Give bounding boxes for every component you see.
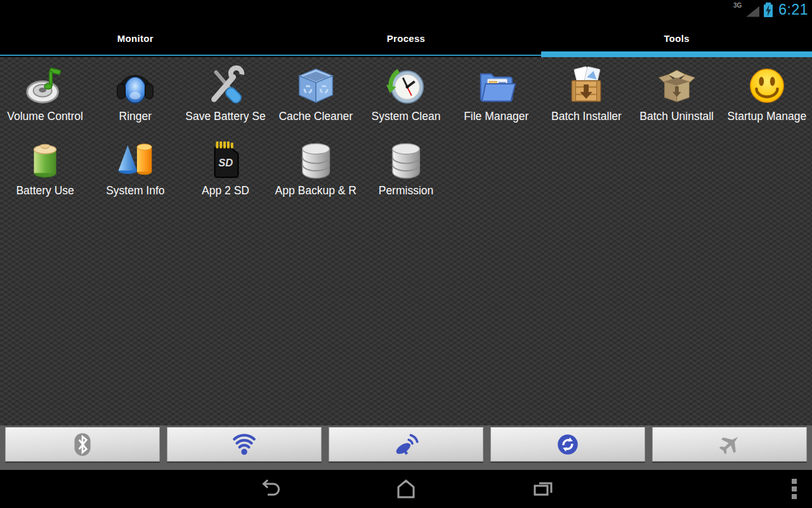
tool-battery-use[interactable]: Battery Use xyxy=(0,138,90,212)
quick-toggle-bar xyxy=(0,425,812,470)
wifi-toggle[interactable] xyxy=(167,427,322,462)
tools-panel: Volume Control Ringer xyxy=(0,57,812,470)
database-icon xyxy=(384,138,428,182)
clock-refresh-icon xyxy=(384,64,428,108)
tool-volume-control[interactable]: Volume Control xyxy=(0,64,90,138)
airplane-mode-toggle[interactable] xyxy=(652,427,807,462)
tool-file-manager[interactable]: File Manager xyxy=(451,64,541,138)
recycle-box-icon xyxy=(294,64,338,108)
tool-app-backup-restore[interactable]: App Backup & R xyxy=(271,138,361,212)
cone-cylinder-icon xyxy=(113,138,157,182)
satellite-dish-icon xyxy=(393,431,419,458)
tool-label: File Manager xyxy=(464,110,528,123)
recents-button[interactable] xyxy=(530,476,556,502)
overflow-dot xyxy=(792,494,797,499)
tab-process[interactable]: Process xyxy=(271,19,542,57)
tool-batch-installer[interactable]: Batch Installer xyxy=(541,64,631,138)
tool-label: System Clean xyxy=(372,110,441,123)
tool-system-info[interactable]: System Info xyxy=(90,138,180,212)
database-icon xyxy=(294,138,338,182)
tool-save-battery[interactable]: Save Battery Se xyxy=(180,64,270,138)
tools-wrench-icon xyxy=(204,64,248,108)
overflow-dot xyxy=(792,479,797,484)
battery-icon xyxy=(23,138,67,182)
battery-charging-icon xyxy=(764,4,773,17)
system-nav-bar xyxy=(0,470,812,508)
tab-monitor[interactable]: Monitor xyxy=(0,19,271,57)
svg-text:SD: SD xyxy=(218,157,233,169)
tool-system-clean[interactable]: System Clean xyxy=(361,64,451,138)
signal-strength-icon xyxy=(746,6,759,17)
recents-icon xyxy=(531,477,555,501)
overflow-menu-button[interactable] xyxy=(788,475,801,503)
tool-startup-manager[interactable]: Startup Manage xyxy=(722,64,812,138)
tool-label: Cache Cleaner xyxy=(278,110,353,123)
wifi-icon xyxy=(231,431,258,458)
back-icon xyxy=(257,477,281,501)
tab-bar: Monitor Process Tools xyxy=(0,19,812,57)
back-button[interactable] xyxy=(256,476,282,502)
charging-bolt-icon xyxy=(764,4,773,17)
tool-cache-cleaner[interactable]: Cache Cleaner xyxy=(271,64,361,138)
sync-toggle[interactable] xyxy=(490,427,645,462)
home-icon xyxy=(394,477,418,501)
bluetooth-icon xyxy=(69,431,96,458)
tool-label: Batch Installer xyxy=(551,110,622,123)
home-button[interactable] xyxy=(393,476,419,502)
overflow-dot xyxy=(792,486,797,491)
tool-label: Save Battery Se xyxy=(185,110,265,123)
tool-label: Startup Manage xyxy=(728,110,807,123)
volume-control-icon xyxy=(23,64,67,108)
bluetooth-toggle[interactable] xyxy=(5,427,160,462)
tool-permission[interactable]: Permission xyxy=(361,138,451,212)
sd-card-icon: SD xyxy=(204,138,248,182)
folder-icon xyxy=(474,64,518,108)
tool-label: App 2 SD xyxy=(202,184,249,197)
crate-install-icon xyxy=(564,64,608,108)
tool-ringer[interactable]: Ringer xyxy=(90,64,180,138)
network-type-label: 3G xyxy=(733,2,742,9)
open-box-icon xyxy=(655,64,699,108)
airplane-icon xyxy=(716,431,743,458)
smiley-icon xyxy=(745,64,789,108)
tool-label: App Backup & R xyxy=(275,184,357,197)
tool-label: Battery Use xyxy=(16,184,74,197)
tool-app2sd[interactable]: SD App 2 SD xyxy=(180,138,270,212)
tool-batch-uninstall[interactable]: Batch Uninstall xyxy=(632,64,722,138)
tool-label: Ringer xyxy=(119,110,152,123)
sync-icon xyxy=(554,431,581,458)
status-clock: 6:21 xyxy=(778,1,808,18)
tool-label: Volume Control xyxy=(7,110,83,123)
tools-grid: Volume Control Ringer xyxy=(0,57,812,212)
tool-label: Batch Uninstall xyxy=(639,110,714,123)
status-bar: 3G 6:21 xyxy=(0,0,812,19)
active-tab-indicator xyxy=(541,51,812,57)
tool-label: System Info xyxy=(106,184,164,197)
ringer-icon xyxy=(113,64,157,108)
tool-label: Permission xyxy=(379,184,434,197)
gps-toggle[interactable] xyxy=(329,427,483,462)
